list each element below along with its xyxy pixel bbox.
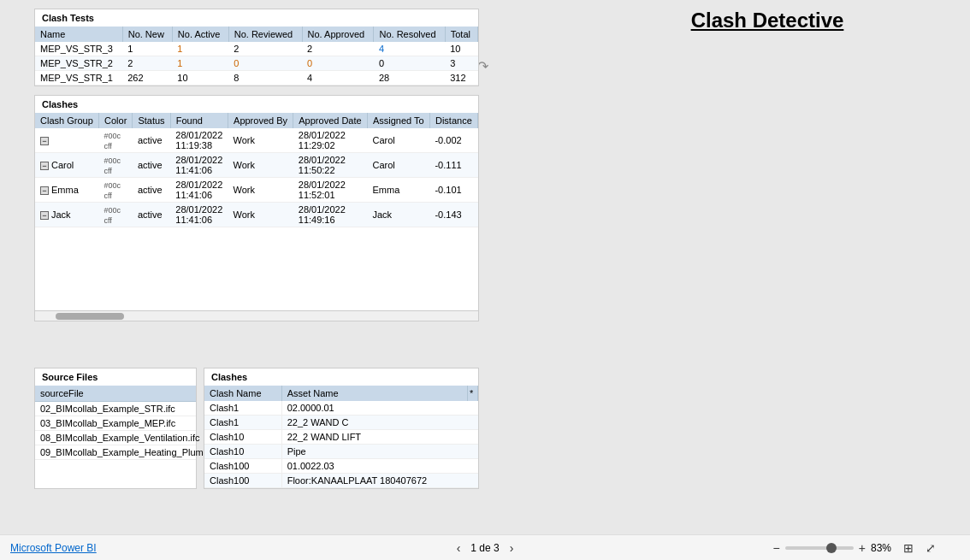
title-area: Clash Detective [582, 9, 953, 32]
clashes-bottom-title: Clashes [204, 368, 478, 386]
cell-clash-group: −Jack [35, 203, 99, 227]
cell-found: 28/01/202211:41:06 [170, 153, 228, 178]
cell-approved-by: Work [228, 153, 293, 178]
zoom-level: 83% [871, 542, 891, 554]
cell-clash-name: Clash10 [204, 430, 281, 445]
cell-name: MEP_VS_STR_1 [35, 71, 122, 85]
cell-asset-name: 22_2 WAND LIFT [281, 430, 467, 445]
cell-no-approved: 4 [302, 71, 374, 85]
cell-no-resolved: 28 [374, 71, 445, 85]
col-asset-name: Asset Name [281, 386, 467, 401]
zoom-in-button[interactable]: + [859, 541, 866, 555]
bottom-panels: Source Files sourceFile 02_BIMcollab_Exa… [34, 368, 479, 489]
cell-no-active: 1 [172, 42, 228, 56]
table-row[interactable]: −Jack #00ccff active 28/01/202211:41:06 … [35, 203, 478, 227]
cell-no-new: 262 [122, 71, 172, 85]
cell-distance: -0.111 [429, 153, 477, 178]
cell-asset-name: Pipe [281, 445, 467, 459]
cell-clash-name: Clash100 [204, 474, 281, 488]
source-files-panel: Source Files sourceFile 02_BIMcollab_Exa… [34, 368, 197, 489]
col-no-resolved: No. Resolved [374, 27, 445, 42]
cell-no-reviewed: 2 [228, 42, 302, 56]
page-info: 1 de 3 [470, 542, 499, 554]
list-item[interactable]: 09_BIMcollab_Example_Heating_Plumbing.if… [35, 445, 196, 460]
collapse-icon[interactable]: − [40, 137, 49, 145]
cell-approved-date: 28/01/202211:29:02 [293, 128, 368, 153]
bottom-bar: Microsoft Power BI ‹ 1 de 3 › − + 83% ⊞ … [0, 534, 970, 560]
clash-tests-section: Clash Tests Name No. New No. Active No. … [34, 9, 479, 86]
table-row[interactable]: Clash1 02.0000.01 [204, 401, 478, 416]
collapse-icon[interactable]: − [40, 162, 49, 170]
collapse-icon[interactable]: − [40, 211, 49, 220]
clashes-bottom-panel: Clashes Clash Name Asset Name * Clash1 0… [204, 368, 479, 489]
cell-status: active [133, 128, 170, 153]
list-item[interactable]: 03_BIMcollab_Example_MEP.ifc [35, 416, 196, 431]
cell-no-approved: 2 [302, 42, 374, 56]
cell-total: 312 [445, 71, 477, 85]
cell-asset-name: 22_2 WAND C [281, 416, 467, 430]
cell-approved-by: Work [228, 203, 293, 227]
table-row[interactable]: Clash10 22_2 WAND LIFT [204, 430, 478, 445]
col-clash-name: Clash Name [204, 386, 281, 401]
left-panel: Clash Tests Name No. New No. Active No. … [34, 9, 479, 330]
list-item[interactable]: 08_BIMcollab_Example_Ventilation.ifc [35, 431, 196, 445]
clash-tests-table: Name No. New No. Active No. Reviewed No.… [35, 27, 478, 85]
zoom-out-button[interactable]: − [773, 541, 780, 555]
next-page-button[interactable]: › [506, 541, 518, 555]
col-color: Color [99, 113, 133, 128]
cell-no-resolved: 4 [374, 42, 445, 56]
prev-page-button[interactable]: ‹ [453, 541, 464, 555]
table-row[interactable]: −Carol #00ccff active 28/01/202211:41:06… [35, 153, 478, 178]
clash-tests-header: Name No. New No. Active No. Reviewed No.… [35, 27, 478, 42]
fullscreen-button[interactable]: ⊞ [903, 541, 914, 555]
table-row[interactable]: Clash1 22_2 WAND C [204, 416, 478, 430]
cell-distance: -0.143 [429, 203, 477, 227]
table-row[interactable]: Clash100 Floor:KANAALPLAAT 180407672 [204, 474, 478, 488]
col-extra: * [468, 386, 478, 401]
list-item[interactable]: 02_BIMcollab_Example_STR.ifc [35, 402, 196, 416]
table-row[interactable]: Clash10 Pipe [204, 445, 478, 459]
table-row[interactable]: Clash100 01.0022.03 [204, 459, 478, 474]
cell-status: active [133, 203, 170, 227]
cell-approved-by: Work [228, 178, 293, 203]
clashes-title: Clashes [35, 96, 478, 113]
powerbi-link[interactable]: Microsoft Power BI [10, 542, 97, 554]
col-no-reviewed: No. Reviewed [228, 27, 302, 42]
table-row[interactable]: − #00ccff active 28/01/202211:19:38 Work… [35, 128, 478, 153]
zoom-slider[interactable] [785, 546, 854, 550]
table-row[interactable]: −Emma #00ccff active 28/01/202211:41:06 … [35, 178, 478, 203]
clashes-table: Clash Group Color Status Found Approved … [35, 113, 478, 227]
source-files-header: sourceFile [35, 386, 196, 402]
table-row[interactable]: MEP_VS_STR_1 262 10 8 4 28 312 [35, 71, 478, 85]
pagination-area: ‹ 1 de 3 › [453, 541, 518, 555]
expand-button[interactable]: ⤢ [926, 541, 936, 555]
cell-clash-group: − [35, 128, 99, 153]
cell-asset-name: 02.0000.01 [281, 401, 467, 416]
zoom-thumb[interactable] [826, 543, 837, 553]
clashes-bottom-header: Clash Name Asset Name * [204, 386, 478, 401]
source-files-list: 02_BIMcollab_Example_STR.ifc03_BIMcollab… [35, 402, 196, 460]
cell-total: 10 [445, 42, 477, 56]
table-row[interactable]: MEP_VS_STR_2 2 1 0 0 0 3 [35, 56, 478, 71]
cell-approved-by: Work [228, 128, 293, 153]
cell-extra [468, 459, 478, 474]
collapse-icon[interactable]: − [40, 186, 49, 195]
clashes-header: Clash Group Color Status Found Approved … [35, 113, 478, 128]
cell-asset-name: Floor:KANAALPLAAT 180407672 [281, 474, 467, 488]
cell-asset-name: 01.0022.03 [281, 459, 467, 474]
cell-extra [468, 401, 478, 416]
scrollbar-thumb[interactable] [56, 313, 124, 320]
cell-approved-date: 28/01/202211:49:16 [293, 203, 368, 227]
cell-clash-name: Clash100 [204, 459, 281, 474]
table-row[interactable]: MEP_VS_STR_3 1 1 2 2 4 10 [35, 42, 478, 56]
cell-clash-name: Clash1 [204, 416, 281, 430]
cell-status: active [133, 178, 170, 203]
cell-clash-name: Clash1 [204, 401, 281, 416]
horizontal-scrollbar[interactable] [35, 310, 478, 321]
cell-assigned-to: Carol [367, 128, 429, 153]
col-clash-group: Clash Group [35, 113, 99, 128]
cell-found: 28/01/202211:41:06 [170, 178, 228, 203]
cell-clash-name: Clash10 [204, 445, 281, 459]
cell-total: 3 [445, 56, 477, 71]
cell-extra [468, 430, 478, 445]
